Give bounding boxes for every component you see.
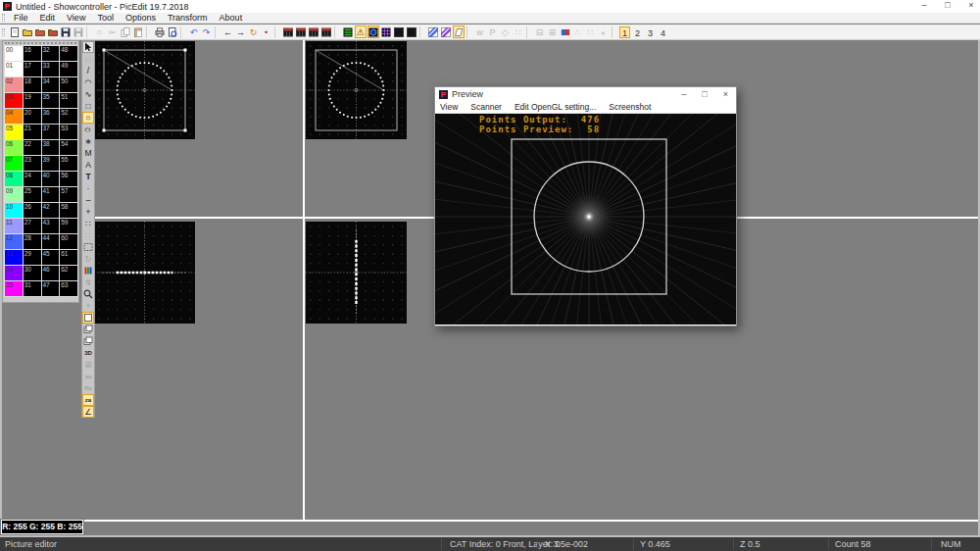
viewport-side[interactable] [306,222,407,324]
palette-cell-21[interactable]: 21 [23,125,41,140]
minimize-button[interactable]: – [919,0,929,10]
page-button-4[interactable]: 4 [658,26,668,38]
preview-menu-screenshot[interactable]: Screenshot [604,102,659,112]
layers-tool[interactable] [82,324,94,335]
ellipse-tool[interactable]: ○ [82,124,94,135]
palette-cell-44[interactable]: 44 [41,234,60,250]
palette-cell-13[interactable]: 13 [5,250,24,266]
preview-menu-edit[interactable]: Edit OpenGL setting... [510,102,604,112]
palette-cell-42[interactable]: 42 [41,203,60,219]
palette-cell-45[interactable]: 45 [41,250,60,266]
palette-cell-22[interactable]: 22 [23,140,41,156]
palette-cell-62[interactable]: 62 [60,266,78,281]
page-button-2[interactable]: 2 [632,26,643,38]
menu-options[interactable]: Options [120,13,162,23]
next-frame-button[interactable]: → [235,25,247,38]
parallelogram-mode-button[interactable] [453,25,465,38]
preview-title-bar[interactable]: P Preview – □ × [435,87,736,101]
print-button[interactable] [154,25,166,38]
open-button[interactable] [22,25,33,38]
preview-menu-scanner[interactable]: Scanner [466,102,510,112]
viewport-front[interactable] [94,41,195,139]
frame-table-1-button[interactable] [282,25,294,38]
menu-tool[interactable]: Tool [91,13,120,23]
marquee-tool[interactable]: □ [82,53,94,65]
3d-tool[interactable]: 3D [82,347,94,359]
preview-window-button[interactable] [368,25,379,38]
preview-maximize-button[interactable]: □ [702,89,707,99]
palette-cell-07[interactable]: 07 [5,156,24,172]
copy-layer-tool[interactable] [82,335,94,347]
palette-cell-59[interactable]: 59 [60,219,78,234]
center-tool[interactable]: + [82,300,94,312]
close-button[interactable]: × [966,0,976,10]
palette-cell-58[interactable]: 58 [60,203,78,219]
palette-cell-55[interactable]: 55 [60,156,78,172]
blank-display-1-button[interactable] [393,25,405,38]
page-button-1[interactable]: 1 [619,26,630,38]
palette-cell-19[interactable]: 19 [23,93,41,109]
palette-cell-25[interactable]: 25 [23,187,41,203]
text-tool[interactable]: T [82,171,94,182]
pick-point-tool[interactable]: ↯ [82,276,94,288]
palette-cell-28[interactable]: 28 [23,234,41,250]
x-axis-tool[interactable]: xa [82,371,94,382]
rotate-tool[interactable]: ↻ [82,253,94,265]
nudge-points-tool[interactable]: ∷ [82,229,94,241]
preview-render-area[interactable]: Points Output:476 Points Preview:58 [435,114,736,325]
rectangle-tool[interactable]: □ [82,100,94,112]
palette-cell-05[interactable]: 05 [5,125,24,140]
palette-cell-06[interactable]: 06 [5,140,24,156]
palette-cell-18[interactable]: 18 [23,77,41,93]
palette-cell-10[interactable]: 10 [5,203,24,219]
palette-cell-33[interactable]: 33 [41,62,60,77]
frame-table-4-button[interactable] [320,25,332,38]
menu-edit[interactable]: Edit [34,13,62,23]
select-tool[interactable] [82,41,94,53]
palette-cell-37[interactable]: 37 [41,125,60,140]
palette-cell-09[interactable]: 09 [5,187,24,203]
splitter-vertical[interactable] [303,40,305,521]
palette-cell-39[interactable]: 39 [41,156,60,172]
toolbar-grip[interactable] [2,28,5,36]
palette-cell-03[interactable]: 03 [5,93,24,109]
star-tool[interactable]: ∗ [82,135,94,147]
palette-cell-15[interactable]: 15 [5,281,24,297]
palette-cell-53[interactable]: 53 [60,125,78,140]
menu-transform[interactable]: Transform [162,13,214,23]
import-frame-button[interactable] [34,25,46,38]
palette-cell-29[interactable]: 29 [23,250,41,266]
palette-cell-26[interactable]: 26 [23,203,41,219]
menu-file[interactable]: File [8,13,34,23]
palette-cell-00[interactable]: 00 [5,46,24,62]
palette-drag-handle[interactable] [5,42,76,44]
preview-menu-view[interactable]: View [435,102,466,112]
circle-tool[interactable]: ○ [82,112,94,124]
color-flag-button[interactable] [560,25,571,38]
menu-view[interactable]: View [61,13,91,23]
undo-button[interactable]: ↶ [188,25,200,38]
grid-snap-tool[interactable]: ⊞ [82,359,94,371]
palette-cell-61[interactable]: 61 [60,250,78,266]
safety-warning-button[interactable]: ⚠ [355,25,367,38]
palette-cell-52[interactable]: 52 [60,109,78,125]
palette-cell-35[interactable]: 35 [41,93,60,109]
add-point-tool[interactable]: + [82,206,94,218]
palette-cell-43[interactable]: 43 [41,219,60,234]
blank-display-2-button[interactable] [406,25,417,38]
redo-button[interactable]: ↷ [201,25,213,38]
palette-cell-56[interactable]: 56 [60,172,78,187]
palette-cell-51[interactable]: 51 [60,93,78,109]
grid-display-button[interactable] [380,25,392,38]
maximize-button[interactable]: □ [943,0,953,10]
viewport-top[interactable] [94,222,195,324]
arc-tool[interactable]: ◠ [82,76,94,88]
text-outline-tool[interactable]: A [82,159,94,171]
hatch-purple-button[interactable] [440,25,452,38]
select-rect-tool[interactable] [82,241,94,253]
palette-cell-16[interactable]: 16 [23,46,41,62]
palette-cell-57[interactable]: 57 [60,187,78,203]
palette-cell-47[interactable]: 47 [41,281,60,297]
move-points-tool[interactable]: ∷ [82,218,94,229]
new-button[interactable] [9,25,21,38]
